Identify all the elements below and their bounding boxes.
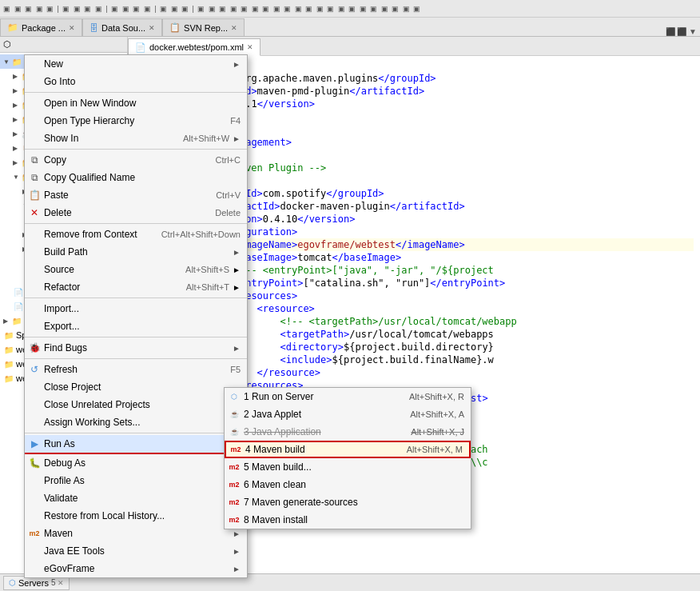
submenu-maven-build2[interactable]: m2 5 Maven build... bbox=[225, 458, 471, 476]
separator-5 bbox=[25, 337, 247, 337]
tree-arrow: ▶ bbox=[13, 130, 21, 138]
separator-4 bbox=[25, 297, 247, 298]
maven-menu-icon: m2 bbox=[28, 529, 41, 537]
menu-item-build-path[interactable]: Build Path ► bbox=[25, 243, 247, 261]
menu-item-import[interactable]: Import... bbox=[25, 300, 247, 317]
menu-item-close-project[interactable]: Close Project bbox=[25, 378, 247, 396]
submenu-java-application[interactable]: ☕ 3 Java Application Alt+Shift+X, J bbox=[225, 423, 471, 441]
submenu-maven-install[interactable]: m2 8 Maven install bbox=[225, 511, 471, 529]
menu-item-restore-history[interactable]: Restore from Local History... bbox=[25, 507, 247, 525]
tab-close-datasource[interactable]: ✕ bbox=[149, 24, 155, 32]
menu-item-new[interactable]: New ► bbox=[25, 55, 247, 73]
tree-arrow: ▼ bbox=[13, 174, 21, 181]
maven-icon-3: m2 bbox=[228, 481, 241, 489]
main-toolbar: ▣ ▣ ▣ ▣ ▣ | ▣ ▣ ▣ ▣ | ▣ ▣ ▣ ▣ | ▣ ▣ ▣ | … bbox=[0, 0, 700, 18]
view-tab-bar: 📁 Package ... ✕ 🗄 Data Sou... ✕ 📋 SVN Re… bbox=[0, 18, 700, 37]
menu-item-validate[interactable]: Validate bbox=[25, 489, 247, 507]
xml-icon: 📄 bbox=[13, 301, 24, 312]
submenu-run-on-server[interactable]: ⬡ 1 Run on Server Alt+Shift+X, R bbox=[225, 388, 471, 405]
menu-item-copy[interactable]: ⧉ Copy Ctrl+C bbox=[25, 151, 247, 169]
maven-icon-5: m2 bbox=[228, 516, 241, 524]
submenu-maven-clean[interactable]: m2 6 Maven clean bbox=[225, 476, 471, 493]
context-menu: New ► Go Into Open in New Window Open Ty… bbox=[24, 54, 248, 578]
folder-icon: 📁 bbox=[3, 344, 14, 355]
menu-item-export[interactable]: Export... bbox=[25, 317, 247, 335]
folder-icon: 📁 bbox=[3, 329, 14, 341]
tab-close-pom[interactable]: ✕ bbox=[247, 43, 253, 51]
submenu-java-applet[interactable]: ☕ 2 Java Applet Alt+Shift+X, A bbox=[225, 405, 471, 423]
copy-icon: ⧉ bbox=[28, 154, 41, 166]
maven-icon-2: m2 bbox=[228, 463, 241, 471]
dockerfile-icon: 📄 bbox=[13, 286, 24, 297]
debug-icon: 🐛 bbox=[28, 457, 41, 469]
separator-7 bbox=[25, 433, 247, 433]
menu-item-source[interactable]: Source Alt+Shift+S ► bbox=[25, 261, 247, 278]
menu-item-paste[interactable]: 📋 Paste Ctrl+V bbox=[25, 186, 247, 204]
collapse-icon[interactable]: ⬡ bbox=[3, 39, 11, 50]
separator-3 bbox=[25, 223, 247, 224]
tab-data-source[interactable]: 🗄 Data Sou... ✕ bbox=[82, 18, 162, 36]
refresh-icon: ↺ bbox=[28, 364, 41, 375]
separator-1 bbox=[25, 92, 247, 93]
servers-close-icon[interactable]: ✕ bbox=[58, 579, 64, 587]
delete-icon: ✕ bbox=[28, 207, 41, 218]
view-toolbar-icons: ⬛ ⬛ ▼ bbox=[662, 27, 700, 36]
submenu-maven-build[interactable]: m2 4 Maven build Alt+Shift+X, M bbox=[225, 441, 471, 458]
submenu-maven-generate[interactable]: m2 7 Maven generate-sources bbox=[225, 493, 471, 511]
menu-item-assign-working[interactable]: Assign Working Sets... bbox=[25, 413, 247, 431]
servers-icon: ⬡ bbox=[9, 578, 16, 587]
maven-build-icon: m2 bbox=[229, 445, 242, 453]
findbug-icon: 🐞 bbox=[28, 342, 41, 353]
java-app-icon: ☕ bbox=[228, 428, 241, 436]
editor-tab-bar: 📄 docker.webtest/pom.xml ✕ bbox=[128, 37, 700, 56]
menu-item-java-ee[interactable]: Java EE Tools ► bbox=[25, 542, 247, 560]
menu-item-find-bugs[interactable]: 🐞 Find Bugs ► bbox=[25, 339, 247, 357]
menu-item-remove-context[interactable]: Remove from Context Ctrl+Alt+Shift+Down bbox=[25, 226, 247, 243]
svn-icon: 📋 bbox=[169, 22, 181, 33]
folder-icon: 📁 bbox=[3, 358, 14, 369]
tree-arrow: ▶ bbox=[13, 102, 21, 109]
menu-item-copy-qualified[interactable]: ⧉ Copy Qualified Name bbox=[25, 169, 247, 186]
tree-arrow: ▶ bbox=[13, 159, 21, 166]
run-icon: ▶ bbox=[28, 438, 41, 449]
copy-qualified-icon: ⧉ bbox=[28, 172, 41, 183]
tree-arrow: ▶ bbox=[13, 73, 21, 80]
folder-icon: 📁 bbox=[11, 56, 22, 67]
tab-svn-repo[interactable]: 📋 SVN Rep... ✕ bbox=[162, 18, 245, 36]
separator-2 bbox=[25, 149, 247, 150]
menu-item-open-type[interactable]: Open Type Hierarchy F4 bbox=[25, 112, 247, 130]
maven-icon-4: m2 bbox=[228, 498, 241, 506]
tree-arrow: ▶ bbox=[13, 116, 21, 123]
tab-close-package[interactable]: ✕ bbox=[69, 24, 75, 32]
menu-item-egovframe[interactable]: eGovFrame ► bbox=[25, 560, 247, 577]
left-panel-toolbar: ⬡ bbox=[0, 37, 127, 53]
menu-item-run-as[interactable]: ▶ Run As ► bbox=[25, 435, 247, 453]
tree-arrow: ▶ bbox=[13, 87, 21, 94]
tree-arrow: ▶ bbox=[3, 317, 11, 325]
paste-icon: 📋 bbox=[28, 190, 41, 201]
menu-item-show-in[interactable]: Show In Alt+Shift+W ► bbox=[25, 130, 247, 147]
tab-pom-xml[interactable]: 📄 docker.webtest/pom.xml ✕ bbox=[128, 38, 261, 56]
tree-arrow: ▼ bbox=[3, 58, 11, 66]
menu-item-go-into[interactable]: Go Into bbox=[25, 73, 247, 90]
folder-icon: 📁 bbox=[11, 315, 22, 326]
tree-arrow: ▶ bbox=[13, 145, 21, 152]
toolbar-icons: ▣ ▣ ▣ ▣ ▣ | ▣ ▣ ▣ ▣ | ▣ ▣ ▣ ▣ | ▣ ▣ ▣ | … bbox=[3, 5, 421, 13]
server-run-icon: ⬡ bbox=[228, 393, 241, 401]
tab-close-svn[interactable]: ✕ bbox=[231, 24, 237, 32]
package-explorer-icon: 📁 bbox=[7, 22, 18, 33]
tab-package-explorer[interactable]: 📁 Package ... ✕ bbox=[0, 18, 82, 36]
menu-item-close-unrelated[interactable]: Close Unrelated Projects bbox=[25, 396, 247, 413]
menu-item-open-window[interactable]: Open in New Window bbox=[25, 94, 247, 112]
folder-icon: 📁 bbox=[3, 373, 14, 384]
menu-item-profile-as[interactable]: Profile As ► bbox=[25, 472, 247, 489]
menu-item-maven[interactable]: m2 Maven ► bbox=[25, 525, 247, 542]
java-applet-icon: ☕ bbox=[228, 410, 241, 418]
menu-item-delete[interactable]: ✕ Delete Delete bbox=[25, 204, 247, 222]
menu-item-refresh[interactable]: ↺ Refresh F5 bbox=[25, 361, 247, 378]
separator-6 bbox=[25, 358, 247, 359]
submenu-run-as: ⬡ 1 Run on Server Alt+Shift+X, R ☕ 2 Jav… bbox=[224, 387, 471, 529]
menu-item-debug-as[interactable]: 🐛 Debug As ► bbox=[25, 454, 247, 472]
menu-item-refactor[interactable]: Refactor Alt+Shift+T ► bbox=[25, 278, 247, 296]
datasource-icon: 🗄 bbox=[89, 23, 98, 33]
